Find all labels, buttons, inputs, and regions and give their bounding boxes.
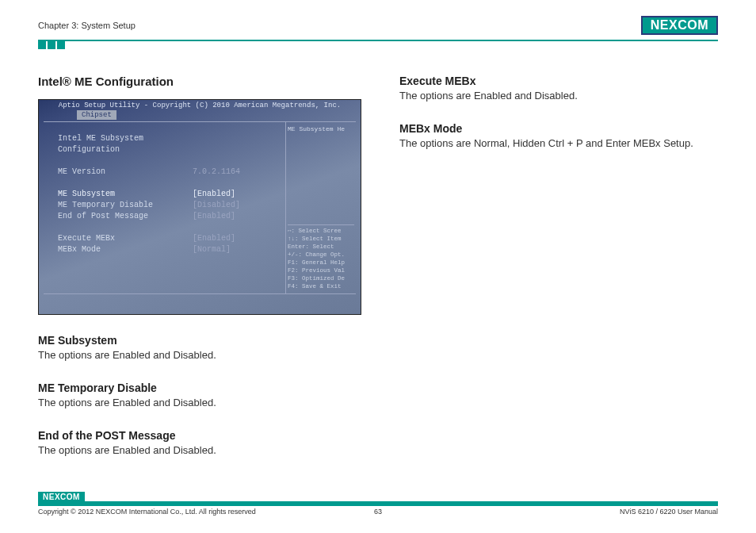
bios-opt-label: ME Temporary Disable xyxy=(58,200,193,211)
bios-main-panel: Intel ME Subsystem Configuration ME Vers… xyxy=(44,122,286,293)
subsection-text: The options are Normal, Hidden Ctrl + P … xyxy=(399,136,718,151)
subsection-heading: Execute MEBx xyxy=(399,75,718,87)
bios-help-line: F1: General Help xyxy=(288,259,354,266)
subsection-text: The options are Enabled and Disabled. xyxy=(38,396,361,410)
bios-opt-value: [Enabled] xyxy=(193,189,235,200)
chapter-label: Chapter 3: System Setup xyxy=(38,21,136,30)
left-column: Intel® ME Configuration Aptio Setup Util… xyxy=(38,75,361,458)
page-number: 63 xyxy=(374,508,382,516)
bios-help-line: Enter: Select xyxy=(288,243,354,251)
bios-opt-label: ME Subsystem xyxy=(58,189,193,200)
bios-opt-value: [Enabled] xyxy=(193,233,235,244)
subsection-heading: MEBx Mode xyxy=(399,122,718,135)
logo-text: NEXCOM xyxy=(651,18,708,33)
page-footer: NEXCOM Copyright © 2012 NEXCOM Internati… xyxy=(38,501,718,516)
bios-version-label: ME Version xyxy=(58,167,193,178)
bios-opt-label: MEBx Mode xyxy=(58,244,193,255)
bios-version-value: 7.0.2.1164 xyxy=(193,167,240,178)
bios-screenshot: Aptio Setup Utility - Copyright (C) 2010… xyxy=(38,99,361,315)
bios-opt-value: [Enabled] xyxy=(193,211,235,222)
bios-help-line: F4: Save & Exit xyxy=(288,282,354,290)
bios-help-line: F2: Previous Val xyxy=(288,266,354,274)
bios-opt-value: [Disabled] xyxy=(193,200,240,211)
bios-opt-label: Execute MEBx xyxy=(58,233,193,244)
subsection-text: The options are Enabled and Disabled. xyxy=(38,443,361,458)
bios-help-panel: ME Subsystem He ↔: Select Scree ↑↓: Sele… xyxy=(286,122,356,293)
bios-opt-label: End of Post Message xyxy=(58,211,193,222)
bios-active-tab: Chipset xyxy=(77,110,116,120)
right-column: Execute MEBx The options are Enabled and… xyxy=(399,75,718,458)
copyright-text: Copyright © 2012 NEXCOM International Co… xyxy=(38,508,256,516)
bios-opt-value: [Normal] xyxy=(193,244,231,255)
page-title: Intel® ME Configuration xyxy=(38,75,361,88)
bios-context-hint: ME Subsystem He xyxy=(288,125,354,132)
bios-help-line: +/-: Change Opt. xyxy=(288,251,354,259)
decorative-squares xyxy=(38,41,65,49)
bios-help-line: F3: Optimized De xyxy=(288,274,354,282)
bios-panel-heading: Intel ME Subsystem Configuration xyxy=(58,133,193,155)
brand-logo: NEXCOM xyxy=(641,16,718,35)
manual-name: NViS 6210 / 6220 User Manual xyxy=(620,508,718,516)
subsection-heading: ME Subsystem xyxy=(38,334,361,347)
subsection-heading: ME Temporary Disable xyxy=(38,382,361,394)
bios-help-line: ↑↓: Select Item xyxy=(288,235,354,243)
subsection-text: The options are Enabled and Disabled. xyxy=(38,348,361,362)
footer-divider xyxy=(38,501,718,506)
subsection-heading: End of the POST Message xyxy=(38,429,361,442)
header-divider xyxy=(38,40,718,41)
bios-help-line: ↔: Select Scree xyxy=(288,227,354,235)
subsection-text: The options are Enabled and Disabled. xyxy=(399,89,718,103)
bios-title-bar: Aptio Setup Utility - Copyright (C) 2010… xyxy=(39,100,361,110)
